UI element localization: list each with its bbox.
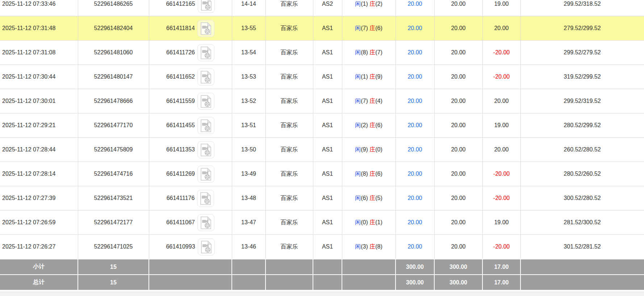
video-film-icon xyxy=(200,46,212,59)
table-row[interactable]: 2025-11-12 07:30:44 522961480147 6614116… xyxy=(0,65,644,89)
bet-time-cell: 2025-11-12 07:26:27 xyxy=(0,235,78,259)
bet-amount-link[interactable]: 20.00 xyxy=(407,146,422,153)
result-cell: 闲(8) 庄(7) xyxy=(342,41,396,65)
game-no: 661411353 xyxy=(166,146,195,153)
video-film-icon xyxy=(200,216,212,229)
bet-records-page: 2025-11-12 07:33:46 522961486265 6614121… xyxy=(0,0,644,296)
bet-time-cell: 2025-11-12 07:28:14 xyxy=(0,162,78,186)
player-count: (1) xyxy=(361,1,368,7)
video-replay-button[interactable] xyxy=(197,68,214,86)
game-type-cell: 百家乐 xyxy=(265,138,313,162)
table-row[interactable]: 2025-11-12 07:29:21 522961477170 6614114… xyxy=(0,113,644,138)
banker-label: 庄 xyxy=(369,74,375,80)
table-row[interactable]: 2025-11-12 07:30:01 522961478666 6614115… xyxy=(0,89,644,113)
game-type-cell: 百家乐 xyxy=(265,113,313,138)
bet-amount-link[interactable]: 20.00 xyxy=(407,219,422,225)
bet-time-cell: 2025-11-12 07:30:44 xyxy=(0,65,78,89)
round-cell: 13-47 xyxy=(232,210,265,235)
player-label: 闲 xyxy=(355,171,361,177)
player-count: (7) xyxy=(361,25,368,31)
bet-amount-cell: 20.00 xyxy=(396,65,434,89)
bet-time-cell: 2025-11-12 07:31:48 xyxy=(0,16,78,41)
banker-count: (6) xyxy=(375,122,382,128)
subtotal-label: 小计 xyxy=(0,259,78,275)
game-no: 661411176 xyxy=(167,195,195,201)
bet-id-cell: 522961472177 xyxy=(78,210,149,235)
round-cell: 13-55 xyxy=(232,16,265,41)
winloss-cell: 20.00 xyxy=(482,89,520,113)
bet-amount-link[interactable]: 20.00 xyxy=(407,195,422,201)
table-row[interactable]: 2025-11-12 07:33:46 522961486265 6614121… xyxy=(0,0,644,16)
balance-cell: 299.52/319.52 xyxy=(520,89,644,113)
video-replay-button[interactable] xyxy=(198,238,215,255)
total-valid-amount: 300.00 xyxy=(434,275,482,290)
empty-cell xyxy=(520,275,644,290)
bet-amount-cell: 20.00 xyxy=(396,138,434,162)
game-type-cell: 百家乐 xyxy=(265,16,313,41)
table-row[interactable]: 2025-11-12 07:26:27 522961471025 6614109… xyxy=(0,235,644,259)
bet-id-cell: 522961481060 xyxy=(78,41,149,65)
empty-cell xyxy=(342,259,396,275)
video-replay-button[interactable] xyxy=(197,44,214,61)
bet-amount-link[interactable]: 20.00 xyxy=(407,243,422,250)
video-replay-button[interactable] xyxy=(197,141,214,158)
game-no: 661412165 xyxy=(166,1,195,7)
bet-time-cell: 2025-11-12 07:28:44 xyxy=(0,138,78,162)
table-row[interactable]: 2025-11-12 07:26:59 522961472177 6614110… xyxy=(0,210,644,235)
table-name-cell: AS1 xyxy=(313,41,342,65)
bet-amount-link[interactable]: 20.00 xyxy=(407,49,422,55)
banker-count: (9) xyxy=(375,74,382,80)
game-no-cell: 661411652 xyxy=(149,65,232,89)
balance-cell: 280.52/299.52 xyxy=(520,113,644,138)
table-row[interactable]: 2025-11-12 07:27:39 522961473521 6614111… xyxy=(0,186,644,210)
empty-cell xyxy=(313,259,342,275)
game-type-cell: 百家乐 xyxy=(265,89,313,113)
player-count: (3) xyxy=(361,243,368,250)
valid-amount-cell: 20.00 xyxy=(434,138,482,162)
player-label: 闲 xyxy=(355,1,361,7)
table-row[interactable]: 2025-11-12 07:28:14 522961474716 6614112… xyxy=(0,162,644,186)
winloss-cell: -20.00 xyxy=(482,235,520,259)
bet-amount-link[interactable]: 20.00 xyxy=(407,1,422,7)
valid-amount-cell: 20.00 xyxy=(434,162,482,186)
bet-amount-link[interactable]: 20.00 xyxy=(407,98,422,104)
bet-id-cell: 522961473521 xyxy=(78,186,149,210)
bet-amount-link[interactable]: 20.00 xyxy=(407,171,422,177)
winloss-cell: -20.00 xyxy=(482,41,520,65)
player-label: 闲 xyxy=(355,49,361,55)
video-replay-button[interactable] xyxy=(197,117,214,134)
banker-count: (6) xyxy=(375,25,382,31)
video-replay-button[interactable] xyxy=(197,190,214,207)
table-row[interactable]: 2025-11-12 07:31:08 522961481060 6614117… xyxy=(0,41,644,65)
player-count: (6) xyxy=(361,195,368,201)
game-type-cell: 百家乐 xyxy=(265,41,313,65)
player-count: (9) xyxy=(361,146,368,153)
banker-count: (4) xyxy=(375,98,382,104)
bet-amount-link[interactable]: 20.00 xyxy=(407,25,422,31)
video-replay-button[interactable] xyxy=(198,0,215,13)
bet-amount-link[interactable]: 20.00 xyxy=(407,122,422,128)
bet-time-cell: 2025-11-12 07:33:46 xyxy=(0,0,78,16)
balance-cell: 260.52/280.52 xyxy=(520,138,644,162)
table-name-cell: AS1 xyxy=(313,113,342,138)
video-film-icon xyxy=(200,95,212,108)
bottom-strip xyxy=(0,292,644,296)
game-type-cell: 百家乐 xyxy=(265,0,313,16)
subtotal-winloss: 17.00 xyxy=(482,259,520,275)
table-name-cell: AS2 xyxy=(313,0,342,16)
table-row[interactable]: 2025-11-12 07:28:44 522961475809 6614113… xyxy=(0,138,644,162)
empty-cell xyxy=(265,275,313,290)
video-replay-button[interactable] xyxy=(197,166,214,183)
banker-label: 庄 xyxy=(369,122,375,128)
round-cell: 13-48 xyxy=(232,186,265,210)
valid-amount-cell: 20.00 xyxy=(434,235,482,259)
bet-amount-link[interactable]: 20.00 xyxy=(407,74,422,80)
table-name-cell: AS1 xyxy=(313,89,342,113)
player-count: (7) xyxy=(361,98,368,104)
player-label: 闲 xyxy=(355,74,361,80)
bet-id-cell: 522961477170 xyxy=(78,113,149,138)
video-replay-button[interactable] xyxy=(197,214,214,231)
video-replay-button[interactable] xyxy=(197,20,214,37)
video-replay-button[interactable] xyxy=(197,93,214,110)
table-row[interactable]: 2025-11-12 07:31:48 522961482404 6614118… xyxy=(0,16,644,41)
